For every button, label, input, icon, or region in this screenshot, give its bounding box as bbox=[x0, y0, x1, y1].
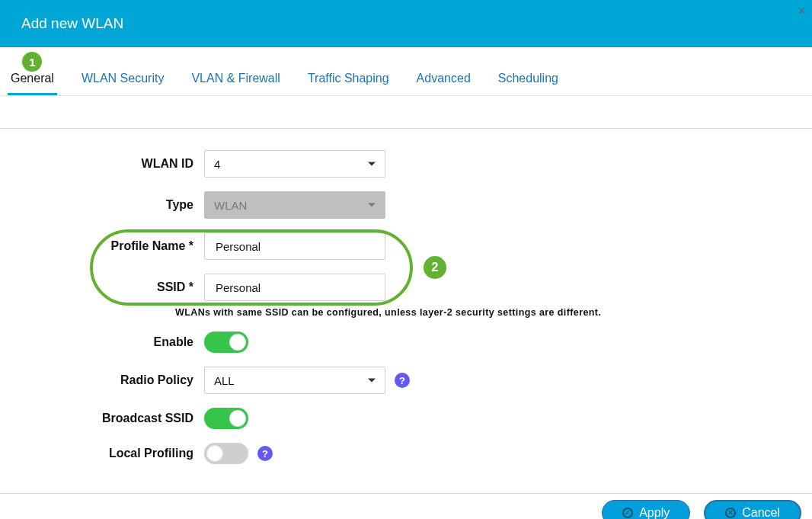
label-local-profiling: Local Profiling bbox=[0, 447, 197, 460]
tab-scheduling[interactable]: Scheduling bbox=[495, 61, 561, 95]
modal-header: Add new WLAN × bbox=[0, 0, 812, 47]
chevron-down-icon bbox=[368, 379, 376, 383]
toggle-knob bbox=[229, 334, 246, 351]
select-wlan-id[interactable]: 4 bbox=[204, 150, 385, 178]
tab-advanced[interactable]: Advanced bbox=[414, 61, 474, 95]
input-ssid-wrap bbox=[204, 274, 385, 301]
tabs-bar: 1 General WLAN Security VLAN & Firewall … bbox=[0, 47, 812, 96]
x-circle-icon: ✕ bbox=[725, 508, 736, 518]
toggle-enable[interactable] bbox=[204, 332, 248, 353]
help-icon[interactable]: ? bbox=[395, 373, 410, 388]
select-type: WLAN bbox=[204, 191, 385, 219]
toggle-knob bbox=[229, 410, 246, 427]
tab-label: Traffic Shaping bbox=[308, 72, 389, 85]
button-label: Cancel bbox=[742, 506, 780, 520]
label-profile-name: Profile Name * bbox=[0, 239, 197, 253]
button-label: Apply bbox=[639, 506, 670, 520]
label-broadcast-ssid: Broadcast SSID bbox=[0, 412, 197, 425]
tab-wlan-security[interactable]: WLAN Security bbox=[78, 61, 167, 95]
tab-label: Advanced bbox=[417, 72, 471, 85]
toggle-knob bbox=[206, 445, 223, 462]
toggle-broadcast-ssid[interactable] bbox=[204, 408, 248, 429]
chevron-down-icon bbox=[368, 162, 376, 166]
callout-badge-1: 1 bbox=[22, 52, 42, 72]
label-enable: Enable bbox=[0, 335, 197, 349]
toggle-local-profiling[interactable] bbox=[204, 443, 248, 464]
tab-general[interactable]: 1 General bbox=[8, 61, 57, 95]
callout-badge-2: 2 bbox=[424, 256, 446, 279]
label-ssid: SSID * bbox=[0, 280, 197, 294]
input-profile-name-wrap bbox=[204, 232, 385, 260]
check-circle-icon: ✓ bbox=[622, 508, 633, 518]
form-general: WLAN ID 4 Type WLAN Profile Name * bbox=[0, 129, 812, 493]
select-radio-policy[interactable]: ALL bbox=[204, 367, 385, 394]
tab-label: VLAN & Firewall bbox=[191, 72, 280, 85]
tab-label: General bbox=[11, 72, 54, 85]
help-icon[interactable]: ? bbox=[257, 446, 273, 461]
label-type: Type bbox=[0, 198, 197, 212]
label-radio-policy: Radio Policy bbox=[0, 373, 197, 387]
modal-title: Add new WLAN bbox=[21, 15, 123, 32]
hint-ssid: WLANs with same SSID can be configured, … bbox=[175, 307, 812, 318]
footer: ✓ Apply ✕ Cancel bbox=[0, 493, 812, 519]
close-icon[interactable]: × bbox=[798, 3, 806, 19]
cancel-button[interactable]: ✕ Cancel bbox=[704, 500, 801, 520]
input-profile-name[interactable] bbox=[214, 239, 376, 254]
select-value: ALL bbox=[214, 374, 235, 387]
tab-label: Scheduling bbox=[498, 72, 558, 85]
label-wlan-id: WLAN ID bbox=[0, 157, 197, 171]
apply-button[interactable]: ✓ Apply bbox=[602, 500, 690, 520]
tab-label: WLAN Security bbox=[82, 72, 164, 85]
select-value: WLAN bbox=[214, 199, 247, 212]
tab-vlan-firewall[interactable]: VLAN & Firewall bbox=[188, 61, 283, 95]
chevron-down-icon bbox=[368, 203, 376, 207]
input-ssid[interactable] bbox=[214, 280, 376, 295]
tab-traffic-shaping[interactable]: Traffic Shaping bbox=[305, 61, 392, 95]
select-value: 4 bbox=[214, 158, 220, 171]
